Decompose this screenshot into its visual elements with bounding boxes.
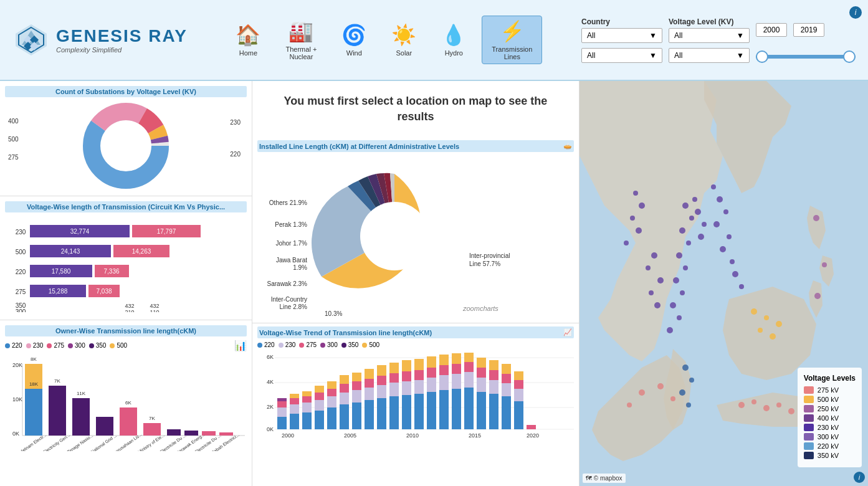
svg-point-203 (686, 403, 691, 407)
svg-rect-104 (302, 391, 312, 396)
country-all-select[interactable]: All ▼ (581, 48, 662, 63)
svg-rect-105 (315, 411, 324, 429)
svg-rect-139 (414, 370, 424, 380)
svg-rect-157 (477, 392, 486, 429)
voltage-250-color (804, 405, 814, 412)
owner-section: Owner-Wise Transmission line length(cKM)… (0, 320, 252, 486)
svg-point-223 (717, 196, 723, 202)
donut-label-230: 230 (230, 119, 241, 126)
nav-transmission-label: TransmissionLines (492, 45, 532, 60)
svg-rect-135 (402, 371, 411, 381)
nav-wind[interactable]: 🌀 Wind (332, 20, 376, 60)
legend-230-label: 230 (33, 342, 44, 349)
info-icon[interactable]: i (849, 6, 862, 19)
wind-icon: 🌀 (341, 23, 366, 47)
svg-rect-115 (340, 384, 349, 393)
svg-rect-128 (377, 365, 386, 376)
donut-container: 400 500 275 (5, 100, 247, 191)
svg-rect-121 (365, 400, 374, 429)
main-content: Count of Substations by Voltage Level (K… (0, 81, 868, 486)
nav-solar[interactable]: ☀️ Solar (382, 20, 426, 60)
pie-title: Installed Line Length (cKM) at Different… (257, 140, 574, 152)
svg-rect-110 (327, 396, 336, 407)
voltage-500-label: 500 kV (818, 396, 839, 403)
svg-text:2005: 2005 (344, 432, 356, 439)
trend-chart-icon: 📈 (563, 328, 572, 336)
voltage-select[interactable]: All ▼ (669, 28, 750, 43)
nav-transmission[interactable]: ⚡ TransmissionLines (482, 16, 542, 64)
svg-rect-142 (427, 378, 436, 392)
svg-text:300: 300 (16, 308, 26, 312)
year-start-input[interactable] (756, 23, 787, 37)
svg-text:32,774: 32,774 (70, 228, 90, 235)
svg-text:0K: 0K (267, 426, 274, 432)
svg-text:8K: 8K (31, 356, 37, 362)
svg-rect-119 (352, 381, 361, 390)
voltage-control: Voltage Level (KV) All ▼ (669, 17, 750, 43)
trend-legend: 220 230 275 300 (257, 341, 574, 348)
svg-rect-148 (439, 355, 449, 365)
pie-chart-svg: Others 21.9% Perak 1.3% Johor 1.7% Jawa … (257, 155, 575, 317)
country-select[interactable]: All ▼ (581, 28, 662, 43)
svg-point-201 (689, 378, 694, 383)
bar-chart-icon: 📊 (234, 340, 247, 351)
svg-point-231 (633, 191, 638, 196)
trend-230-label: 230 (285, 341, 296, 348)
svg-rect-158 (477, 378, 486, 392)
svg-point-210 (670, 396, 675, 401)
svg-point-183 (686, 241, 691, 245)
nav-thermal[interactable]: 🏭 Thermal +Nuclear (276, 16, 326, 64)
trend-legend-500: 500 (362, 341, 379, 348)
svg-text:18K: 18K (29, 381, 39, 387)
donut-label-275: 275 (8, 154, 19, 161)
svg-text:Sarawak 2.3%: Sarawak 2.3% (267, 280, 308, 287)
svg-rect-123 (365, 379, 374, 388)
slider-thumb-right[interactable] (843, 50, 856, 63)
nav-hydro[interactable]: 💧 Hydro (432, 20, 475, 60)
svg-rect-168 (502, 364, 511, 374)
svg-rect-131 (389, 373, 399, 383)
voltage-230-color (804, 424, 814, 431)
voltage-350-label: 350 kV (818, 452, 839, 459)
trend-500-dot (362, 343, 367, 348)
svg-text:15,288: 15,288 (49, 288, 68, 295)
map-container: Voltage Levels 275 kV 500 kV 250 kV (579, 81, 868, 486)
svg-text:2010: 2010 (406, 432, 419, 439)
voltage-legend-500: 500 kV (804, 396, 856, 403)
svg-rect-101 (302, 412, 312, 429)
svg-rect-165 (502, 396, 511, 429)
svg-text:Inter-Country: Inter-Country (271, 296, 307, 303)
trend-230-dot (279, 343, 284, 348)
map-info-icon[interactable]: i (854, 472, 865, 483)
nav-solar-label: Solar (396, 49, 412, 57)
mapbox-credit: 🗺 © mapbox (583, 474, 626, 483)
year-end-input[interactable] (793, 23, 824, 37)
voltage-230-label: 230 kV (818, 424, 839, 431)
year-range-slider[interactable] (756, 55, 856, 59)
voltage-400-label: 400 kV (818, 414, 839, 422)
svg-point-211 (639, 389, 645, 396)
voltage-all-value: All (674, 51, 682, 60)
svg-rect-166 (502, 383, 511, 396)
svg-rect-140 (414, 359, 424, 370)
trend-350-label: 350 (348, 341, 359, 348)
legend-300-dot (68, 343, 73, 348)
svg-rect-146 (439, 375, 449, 390)
voltage-all-select[interactable]: All ▼ (669, 48, 750, 63)
pie-title-text: Installed Line Length (cKM) at Different… (259, 143, 459, 150)
nav-home[interactable]: 🏠 Home (226, 20, 270, 60)
legend-275-dot (47, 343, 52, 348)
slider-thumb-left[interactable] (756, 50, 768, 63)
svg-text:2K: 2K (267, 404, 274, 410)
voltage-275-label: 275 kV (818, 386, 839, 394)
voltage-300-color (804, 433, 814, 441)
nav-thermal-label: Thermal +Nuclear (285, 45, 317, 60)
svg-text:20K: 20K (12, 362, 22, 368)
svg-rect-126 (377, 385, 386, 398)
header: GENESIS RAY Complexity Simplified 🏠 Home… (0, 0, 868, 81)
svg-text:Inter-provincial: Inter-provincial (469, 252, 510, 259)
donut-label-220: 220 (230, 151, 241, 158)
slider-fill (756, 55, 856, 59)
country-all-value: All (587, 51, 595, 60)
logo-icon (12, 21, 50, 59)
